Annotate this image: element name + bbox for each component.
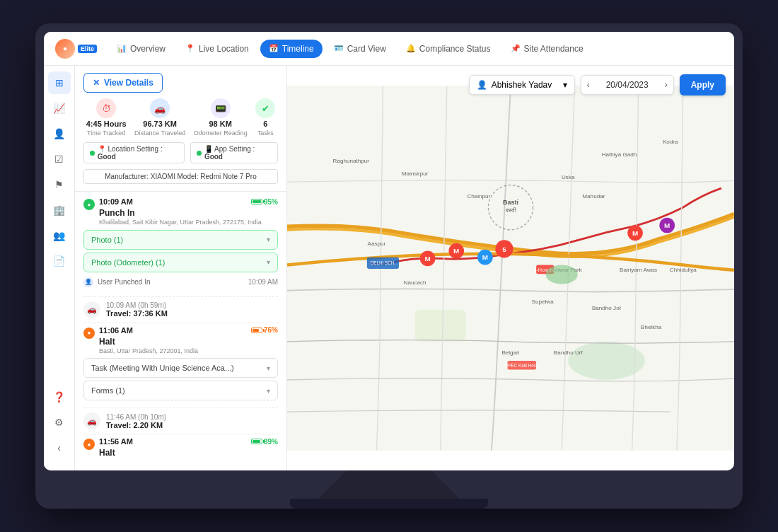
sidebar-icon-settings[interactable]: ⚙ [48,411,71,434]
logo-area: ● Elite [55,39,97,59]
date-navigator: ‹ › [581,75,674,95]
time-tracked-icon: ⏱ [96,98,116,118]
bar-chart-icon: 📊 [117,44,127,53]
svg-text:Uska: Uska [562,174,575,180]
svg-point-3 [568,342,644,380]
person-icon: 👤 [477,80,487,90]
punch-in-dot: ● [83,199,95,210]
svg-text:DELHI SCH.: DELHI SCH. [371,260,396,265]
travel-entry-1: 🚗 10:09 AM (0h 59m) Travel: 37:36 KM [83,296,278,323]
sidebar-icon-group[interactable]: 👥 [48,224,71,247]
halt-2-label: Halt [99,448,115,458]
travel-2-time: 11:46 AM (0h 10m) [106,413,278,421]
sidebar-icon-grid[interactable]: ⊞ [48,71,71,94]
entry-punch-in-header: ● 10:09 AM 95% [83,197,278,227]
timeline-entry-punch-in: ● 10:09 AM 95% [83,197,278,289]
svg-text:Bandho Jot: Bandho Jot [592,305,622,311]
sidebar-icon-checkbox[interactable]: ☑ [48,148,71,170]
photo-odometer-label: Photo (Odometer) (1) [91,258,166,267]
date-prev-button[interactable]: ‹ [581,76,596,94]
stat-time-tracked: ⏱ 4:45 Hours Time Tracked [86,98,127,137]
punch-in-battery: 95% [251,198,278,206]
punch-in-address: Khalilabad, Sait Kibir Nagar, Uttar Prad… [99,219,278,227]
user-punched-label: User Punched In [98,278,151,286]
halt-1-label: Halt [99,337,115,347]
sidebar-icon-chart[interactable]: 📈 [48,97,71,120]
view-details-button[interactable]: ✕ View Details [83,73,163,93]
svg-text:Chainpur: Chainpur [467,193,490,200]
sidebar-icon-flag[interactable]: ⚑ [48,173,71,196]
car-icon: 🚗 [83,301,100,318]
battery-icon-green [251,199,262,204]
nav-site-attendance[interactable]: 📌 Site Attendance [502,40,592,58]
svg-text:M: M [664,221,670,229]
svg-text:M: M [424,255,430,262]
card-icon: 🪪 [334,44,344,53]
sidebar-icon-person[interactable]: 👤 [48,122,71,145]
nav-card-view[interactable]: 🪪 Card View [325,40,395,58]
monitor-stand [318,470,460,499]
task-label: Task (Meeting With Uniqe Science Aca...) [91,364,234,372]
battery-fill [252,200,261,203]
tasks-icon: ✔ [255,98,275,118]
date-input[interactable] [596,76,659,94]
timeline-icon: 📅 [269,44,279,53]
svg-text:Mainsirpur: Mainsirpur [402,170,429,177]
svg-text:OPEC Kaili Hosp.: OPEC Kaili Hosp. [504,363,540,369]
forms-expandable[interactable]: Forms (1) ▾ [83,381,278,400]
location-setting-badge: 📍 Location Setting : Good [83,142,185,163]
travel-entry-2: 🚗 11:46 AM (0h 10m) Travel: 2.20 KM [83,407,278,434]
app-logo: ● [55,39,75,59]
user-punched-time: 10:09 AM [248,278,278,286]
person-selector[interactable]: 👤 Abhishek Yadav ▾ [469,75,575,95]
travel-1-dist: Travel: 37:36 KM [106,309,278,318]
date-next-button[interactable]: › [659,76,673,94]
travel-1-info: 10:09 AM (0h 59m) Travel: 37:36 KM [106,301,278,318]
halt-2-time: 11:56 AM [99,437,133,446]
location-pin-icon: 📍 [185,44,195,53]
sidebar-icon-building[interactable]: 🏢 [48,199,71,221]
halt-1-info: 11:06 AM 76% Halt Basti, Utt [99,326,278,356]
travel-2-dist: Travel: 2.20 KM [106,421,278,429]
chevron-down-icon-4: ▾ [267,387,270,395]
stats-row: ⏱ 4:45 Hours Time Tracked 🚗 96.73 KM Dis… [83,98,278,137]
svg-point-42 [546,265,578,284]
svg-text:Bairiyam Awas: Bairiyam Awas [620,267,657,273]
chevron-down-icon-2: ▾ [267,258,270,266]
nav-compliance[interactable]: 🔔 Compliance Status [397,40,499,58]
user-small-icon: 👤 [83,277,93,287]
nav-live-location[interactable]: 📍 Live Location [177,40,257,58]
map-area: M M M 5 M [287,66,734,470]
forms-label: Forms (1) [91,386,125,395]
sidebar-icon-document[interactable]: 📄 [48,250,71,272]
dropdown-icon: ▾ [563,80,567,90]
apply-button[interactable]: Apply [680,74,726,96]
battery-fill-orange [252,329,259,332]
svg-text:Basti: Basti [503,199,518,206]
sidebar-icon-collapse[interactable]: ‹ [48,436,71,459]
sidebar-icon-help[interactable]: ❓ [48,386,71,408]
photo-odometer-expandable[interactable]: Photo (Odometer) (1) ▾ [83,253,278,272]
svg-rect-4 [415,310,466,342]
halt-1-dot: ● [83,328,95,339]
stat-odometer: 📟 98 KM Odometer Reading [194,98,248,137]
photo-expandable[interactable]: Photo (1) ▾ [83,230,278,250]
halt-2-info: 11:56 AM 89% Halt [99,437,278,458]
settings-row: 📍 Location Setting : Good 📱 App Setting … [83,142,278,163]
person-name: Abhishek Yadav [492,80,552,90]
photo-label: Photo (1) [91,236,123,244]
timeline-panel: ✕ View Details ⏱ 4:45 Hours Time Tracked [75,66,287,470]
svg-text:बस्ती: बस्ती [505,207,516,214]
nav-timeline[interactable]: 📅 Timeline [260,40,323,58]
svg-text:Bhelkha: Bhelkha [641,324,662,330]
svg-text:Mahudar: Mahudar [582,193,605,200]
halt-1-battery: 76% [251,326,278,334]
location-good-dot [90,151,95,156]
svg-text:Kodra: Kodra [663,139,678,145]
app-setting-badge: 📱 App Setting : Good [190,142,278,163]
task-expandable[interactable]: Task (Meeting With Uniqe Science Aca...)… [83,358,278,378]
nav-overview[interactable]: 📊 Overview [108,40,174,58]
punch-in-label: Punch In [99,208,135,218]
chevron-down-icon-3: ▾ [267,364,270,372]
battery-fill-2 [252,440,260,443]
